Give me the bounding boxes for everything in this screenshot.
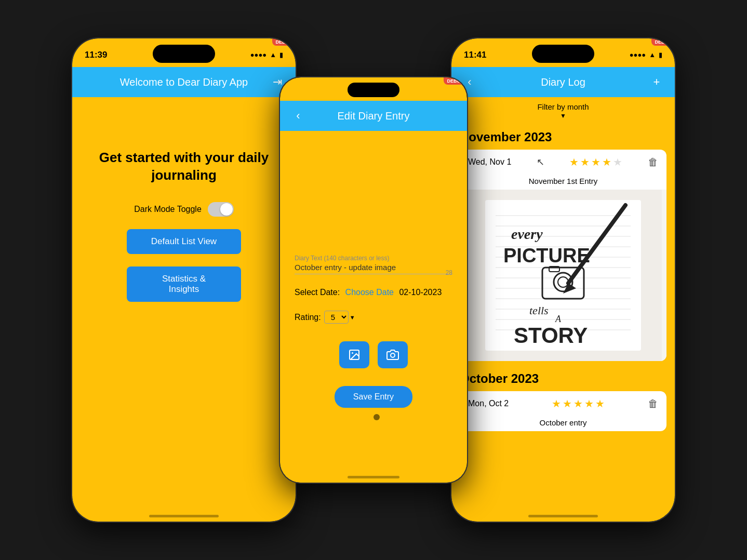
status-icons-1: ●●●● ▲ ▮ [250, 51, 283, 59]
stars-nov1: ★ ★ ★ ★ ★ [569, 156, 622, 168]
diary-date-oct2: Mon, Oct 2 [468, 399, 509, 408]
dynamic-island-3 [532, 45, 594, 63]
status-icons-3: ●●●● ▲ ▮ [630, 51, 662, 59]
action-buttons-row [290, 341, 457, 368]
diary-card-header-nov1: Wed, Nov 1 ↖ ★ ★ ★ ★ ★ 🗑 [460, 150, 666, 175]
wifi-icon-3: ▲ [649, 51, 656, 59]
dynamic-island-1 [153, 45, 215, 63]
cursor-indicator [374, 414, 380, 420]
signal-icon-3: ●●●● [630, 51, 646, 59]
star-1-nov1: ★ [569, 156, 579, 168]
home-indicator-1 [149, 515, 219, 517]
star-3-oct2: ★ [573, 397, 583, 410]
filter-label: Filter by month [537, 102, 589, 111]
add-entry-button[interactable]: + [649, 75, 664, 89]
gallery-button[interactable] [339, 341, 369, 368]
statistics-insights-button[interactable]: Statistics & Insights [127, 266, 241, 302]
diary-card-title-nov1: November 1st Entry [460, 175, 666, 190]
diary-card-nov1: Wed, Nov 1 ↖ ★ ★ ★ ★ ★ 🗑 November 1s [460, 150, 666, 361]
log-screen-content: Filter by month ▼ November 2023 Wed, Nov… [451, 97, 675, 452]
rating-row: Rating: 5 4 3 2 1 ▼ [295, 311, 452, 324]
edit-header: ‹ Edit Diary Entry [280, 101, 467, 131]
welcome-tagline: Get started with your daily journaling [88, 149, 280, 184]
phone-edit: DEBUG ‹ Edit Diary Entry Diary Text (140… [280, 77, 467, 483]
date-row: Select Date: Choose Date 02-10-2023 [295, 288, 452, 297]
battery-icon-3: ▮ [659, 51, 662, 59]
dark-mode-row: Dark Mode Toggle [134, 202, 234, 217]
edit-screen-content: Diary Text (140 characters or less) Octo… [280, 131, 467, 483]
default-list-view-button[interactable]: Default List View [127, 229, 241, 254]
diary-date-nov1: Wed, Nov 1 [468, 157, 511, 167]
dark-mode-label: Dark Mode Toggle [134, 205, 202, 214]
diary-card-title-oct2: October entry [460, 416, 666, 431]
text-input-wrapper: Diary Text (140 characters or less) Octo… [295, 255, 452, 276]
svg-text:STORY: STORY [514, 323, 588, 348]
notebook-illustration: every PICTURE tells [464, 190, 662, 361]
diary-card-oct2: Mon, Oct 2 ★ ★ ★ ★ ★ 🗑 October entry [460, 391, 666, 431]
star-2-oct2: ★ [563, 397, 572, 410]
dark-mode-toggle[interactable] [208, 202, 234, 217]
phone-edit-screen: DEBUG ‹ Edit Diary Entry Diary Text (140… [280, 77, 467, 483]
phone-diary-log: DEBUG 11:41 ●●●● ▲ ▮ ‹ Diary Log + [451, 38, 675, 522]
edit-image-area [290, 141, 457, 245]
home-indicator-2 [348, 476, 399, 478]
debug-badge-2: DEBUG [444, 77, 467, 85]
welcome-header: Welcome to Dear Diary App ⇥ [72, 67, 296, 97]
back-button-edit[interactable]: ‹ [290, 109, 306, 123]
star-3-nov1: ★ [591, 156, 601, 168]
dynamic-island-2 [348, 83, 399, 97]
star-4-oct2: ★ [584, 397, 594, 410]
star-1-oct2: ★ [552, 397, 561, 410]
rating-dropdown[interactable]: 5 4 3 2 1 [324, 311, 349, 324]
debug-badge-3: DEBUG [651, 38, 675, 46]
delete-button-oct2[interactable]: 🗑 [648, 398, 658, 410]
star-5-nov1: ★ [613, 156, 622, 168]
debug-badge-1: DEBUG [272, 38, 296, 46]
dropdown-arrow: ▼ [350, 314, 355, 321]
wifi-icon-1: ▲ [270, 51, 276, 59]
choose-date-link[interactable]: Choose Date [345, 288, 394, 297]
svg-text:tells: tells [529, 304, 549, 317]
time-1: 11:39 [85, 50, 107, 60]
phones-container: DEBUG 11:39 ●●●● ▲ ▮ Welcome to Dear Dia… [0, 0, 747, 560]
svg-point-2 [391, 353, 395, 357]
star-4-nov1: ★ [602, 156, 611, 168]
star-5-oct2: ★ [595, 397, 605, 410]
signal-icon-1: ●●●● [250, 51, 266, 59]
edit-header-title: Edit Diary Entry [306, 110, 441, 122]
star-2-nov1: ★ [580, 156, 590, 168]
welcome-screen-content: Get started with your daily journaling D… [72, 97, 296, 323]
filter-row: Filter by month ▼ [460, 97, 666, 122]
save-entry-button[interactable]: Save Entry [335, 386, 412, 408]
svg-text:every: every [511, 226, 543, 242]
phone-log-screen: DEBUG 11:41 ●●●● ▲ ▮ ‹ Diary Log + [451, 38, 675, 522]
rating-label: Rating: [295, 313, 321, 322]
filter-arrow-icon[interactable]: ▼ [560, 112, 566, 119]
diary-log-main: Filter by month ▼ November 2023 Wed, Nov… [451, 97, 675, 452]
home-indicator-3 [528, 515, 598, 517]
svg-point-1 [352, 352, 353, 354]
phone-welcome-screen: DEBUG 11:39 ●●●● ▲ ▮ Welcome to Dear Dia… [72, 38, 296, 522]
date-label: Select Date: [295, 288, 340, 297]
time-3: 11:41 [464, 50, 486, 60]
diary-card-header-oct2: Mon, Oct 2 ★ ★ ★ ★ ★ 🗑 [460, 391, 666, 416]
stars-oct2: ★ ★ ★ ★ ★ [552, 397, 605, 410]
welcome-header-title: Welcome to Dear Diary App [98, 76, 270, 88]
camera-button[interactable] [378, 341, 408, 368]
delete-button-nov1[interactable]: 🗑 [648, 156, 658, 168]
text-placeholder: Diary Text (140 characters or less) [295, 255, 452, 262]
svg-text:A: A [555, 314, 562, 324]
section-title-nov: November 2023 [460, 130, 666, 144]
phone-welcome: DEBUG 11:39 ●●●● ▲ ▮ Welcome to Dear Dia… [72, 38, 296, 522]
svg-text:PICTURE: PICTURE [503, 245, 590, 266]
date-value: 02-10-2023 [399, 288, 442, 297]
diary-card-image-nov1: every PICTURE tells [460, 190, 666, 361]
cursor-icon-nov1: ↖ [537, 156, 544, 168]
log-header: ‹ Diary Log + [451, 67, 675, 97]
section-title-oct: October 2023 [460, 371, 666, 386]
battery-icon-1: ▮ [279, 51, 283, 59]
log-header-title: Diary Log [477, 76, 649, 88]
welcome-main: Get started with your daily journaling D… [72, 97, 296, 323]
